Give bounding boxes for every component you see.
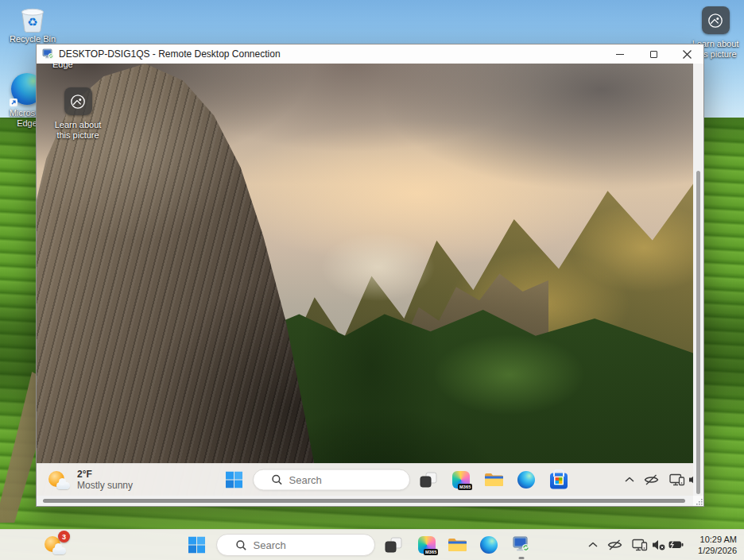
rdp-window: DESKTOP-DSIG1QS - Remote Desktop Connect… (36, 44, 704, 507)
tray-time: 10:29 AM (698, 534, 737, 545)
edge-button[interactable] (480, 536, 498, 554)
weather-icon: 3 (44, 535, 66, 555)
svg-text:♻: ♻ (27, 15, 37, 29)
close-button[interactable] (670, 44, 703, 64)
remote-m365-copilot-icon: M365 (452, 471, 470, 489)
start-button[interactable] (188, 537, 205, 554)
remote-privacy-button[interactable] (644, 474, 659, 486)
minimize-icon (616, 54, 624, 55)
notification-badge: 3 (58, 531, 70, 543)
privacy-button[interactable] (607, 539, 622, 551)
search-icon (235, 539, 247, 551)
rdp-titlebar[interactable]: DESKTOP-DSIG1QS - Remote Desktop Connect… (37, 44, 703, 64)
horizontal-scrollbar[interactable] (37, 496, 693, 506)
windows-logo-icon (188, 537, 205, 554)
horizontal-scrollbar-thumb[interactable] (43, 499, 685, 503)
cast-button[interactable] (632, 539, 648, 551)
remote-taskbar: 2°F Mostly sunny (37, 463, 693, 496)
battery-button[interactable] (668, 541, 684, 550)
picture-icon (702, 6, 730, 34)
remote-volume-muted-icon (688, 474, 693, 485)
remote-cast-icon (669, 473, 685, 486)
vertical-scrollbar[interactable] (693, 64, 703, 496)
remote-task-view-button[interactable] (420, 472, 437, 488)
folder-icon (448, 537, 467, 553)
remote-folder-icon (484, 472, 504, 488)
remote-store-button[interactable] (550, 471, 568, 489)
file-explorer-button[interactable] (448, 537, 467, 553)
task-view-button[interactable] (385, 537, 402, 553)
remote-valley-haze (299, 219, 456, 315)
remote-eye-slash-icon (644, 474, 659, 486)
remote-windows-logo-icon (226, 472, 242, 489)
close-icon (683, 50, 692, 59)
remote-volume-button[interactable] (688, 474, 693, 485)
remote-file-explorer-button[interactable] (484, 472, 504, 488)
search-input[interactable] (254, 539, 357, 551)
remote-search-input[interactable] (289, 474, 393, 486)
remote-desktop-viewport[interactable]: Edge Learn about this picture (37, 64, 693, 496)
chevron-up-icon (588, 543, 598, 548)
eye-slash-icon (607, 539, 622, 551)
remote-edge-icon (517, 471, 535, 489)
battery-icon (668, 541, 684, 550)
remote-weather-temp: 2°F (77, 469, 133, 480)
recycle-bin-shortcut[interactable]: ♻ Recycle Bin (8, 5, 57, 44)
edge-taskbar-icon (480, 536, 498, 554)
remote-chevron-up-icon (625, 477, 634, 483)
remote-learn-about-picture-shortcut[interactable]: Learn about this picture (50, 87, 106, 141)
rdp-app-icon (511, 536, 532, 554)
host-desktop: ♻ Recycle Bin Microsoft Edge Learn about… (0, 0, 744, 560)
remote-search-box[interactable] (253, 469, 410, 491)
rdp-connection-icon (42, 48, 54, 60)
window-title: DESKTOP-DSIG1QS - Remote Desktop Connect… (59, 48, 281, 60)
task-view-icon (385, 537, 402, 553)
tray-date: 1/29/2026 (698, 545, 737, 556)
maximize-button[interactable] (637, 44, 670, 64)
resize-grip[interactable] (693, 496, 703, 506)
volume-button[interactable] (652, 539, 665, 550)
running-indicator (519, 557, 525, 559)
volume-muted-icon (652, 539, 665, 550)
weather-button[interactable]: 3 (44, 535, 66, 555)
host-taskbar: 3 M365 (0, 529, 744, 560)
remote-weather-widget[interactable]: 2°F Mostly sunny (48, 469, 133, 491)
rdp-taskbar-button[interactable] (511, 530, 532, 560)
vertical-scrollbar-thumb[interactable] (696, 171, 700, 494)
remote-cast-button[interactable] (669, 473, 685, 486)
clock-button[interactable]: 10:29 AM 1/29/2026 (698, 534, 737, 556)
remote-weather-icon (48, 469, 70, 490)
remote-wallpaper (37, 64, 693, 496)
cast-icon (632, 539, 648, 551)
remote-picture-icon (64, 87, 92, 115)
tray-chevron-button[interactable] (588, 543, 598, 548)
recycle-bin-icon: ♻ (19, 5, 46, 33)
minimize-button[interactable] (603, 44, 637, 64)
remote-edge-shortcut-label[interactable]: Edge (52, 64, 73, 70)
remote-tray-chevron-button[interactable] (625, 477, 634, 483)
remote-copilot-button[interactable]: M365 (452, 471, 470, 489)
search-box[interactable] (216, 534, 375, 556)
remote-task-view-icon (420, 472, 437, 488)
remote-start-button[interactable] (226, 472, 242, 489)
remote-store-icon (550, 473, 568, 489)
shortcut-arrow-icon (10, 98, 17, 106)
maximize-icon (650, 51, 657, 58)
m365-copilot-icon: M365 (418, 536, 436, 554)
remote-edge-button[interactable] (517, 471, 535, 489)
copilot-button[interactable]: M365 (418, 536, 436, 554)
remote-search-icon (271, 474, 283, 486)
remote-weather-condition: Mostly sunny (77, 480, 133, 491)
remote-learn-about-picture-label: Learn about this picture (50, 120, 106, 141)
